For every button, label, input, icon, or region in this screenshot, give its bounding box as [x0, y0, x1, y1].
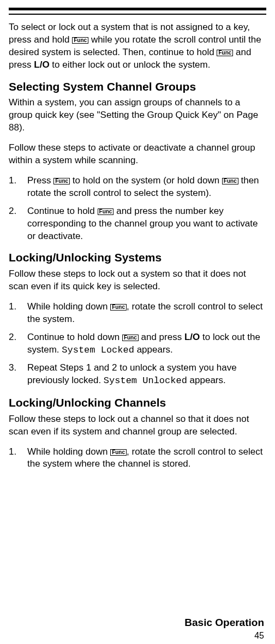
func-icon: Func: [222, 178, 238, 185]
step-number: 2.: [9, 331, 27, 357]
code-text: System Unlocked: [104, 375, 187, 386]
step-number: 1.: [9, 446, 27, 471]
code-text: System Locked: [62, 345, 134, 355]
step-number: 1.: [9, 175, 27, 200]
func-icon: Func: [98, 208, 114, 216]
func-icon: Func: [110, 304, 127, 311]
text: Press: [27, 175, 53, 186]
page-number: 45: [254, 630, 264, 642]
text: Continue to hold down: [27, 332, 122, 342]
step-text: While holding down Func, rotate the scro…: [27, 301, 266, 326]
steps-list-2: 1. While holding down Func, rotate the s…: [9, 301, 266, 388]
func-icon: Func: [122, 335, 139, 342]
list-item: 2. Continue to hold down Func and press …: [9, 331, 266, 357]
section-title: Basic Operation: [184, 616, 264, 630]
text: to either lock out or unlock the system.: [50, 59, 211, 70]
steps-list-1: 1. Press Func to hold on the system (or …: [9, 175, 266, 243]
text: to hold on the system (or hold down: [73, 175, 222, 186]
key-lo: L/O: [184, 332, 200, 342]
paragraph-intro: To select or lock out a system that is n…: [9, 21, 266, 71]
heading-locking-systems: Locking/Unlocking Systems: [9, 250, 266, 265]
paragraph: Follow these steps to activate or deacti…: [9, 142, 266, 167]
step-text: While holding down Func, rotate the scro…: [27, 446, 266, 471]
text: and press: [141, 332, 184, 342]
text: While holding down: [27, 301, 110, 312]
paragraph: Follow these steps to lock out a system …: [9, 268, 266, 293]
heading-locking-channels: Locking/Unlocking Channels: [9, 395, 266, 410]
func-icon: Func: [53, 178, 70, 185]
func-icon: Func: [217, 50, 233, 57]
text: While holding down: [27, 446, 110, 457]
list-item: 1. While holding down Func, rotate the s…: [9, 446, 266, 471]
step-number: 2.: [9, 205, 27, 243]
heading-selecting-groups: Selecting System Channel Groups: [9, 79, 266, 94]
list-item: 2. Continue to hold Func and press the n…: [9, 205, 266, 243]
key-lo: L/O: [34, 59, 49, 70]
paragraph: Follow these steps to lock out a channel…: [9, 413, 266, 438]
paragraph: Within a system, you can assign groups o…: [9, 97, 266, 134]
rule-thick: [9, 8, 266, 10]
text: appears.: [187, 375, 226, 385]
step-number: 3.: [9, 362, 27, 387]
steps-list-3: 1. While holding down Func, rotate the s…: [9, 446, 266, 471]
step-text: Continue to hold down Func and press L/O…: [27, 331, 266, 357]
step-text: Press Func to hold on the system (or hol…: [27, 175, 266, 200]
text: appears.: [134, 344, 173, 355]
step-number: 1.: [9, 301, 27, 326]
list-item: 3. Repeat Steps 1 and 2 to unlock a syst…: [9, 362, 266, 387]
list-item: 1. Press Func to hold on the system (or …: [9, 175, 266, 200]
rule-thin: [9, 14, 266, 15]
func-icon: Func: [72, 37, 88, 44]
step-text: Continue to hold Func and press the numb…: [27, 205, 266, 243]
list-item: 1. While holding down Func, rotate the s…: [9, 301, 266, 326]
text: Continue to hold: [27, 206, 98, 216]
step-text: Repeat Steps 1 and 2 to unlock a system …: [27, 362, 266, 387]
func-icon: Func: [110, 449, 127, 456]
